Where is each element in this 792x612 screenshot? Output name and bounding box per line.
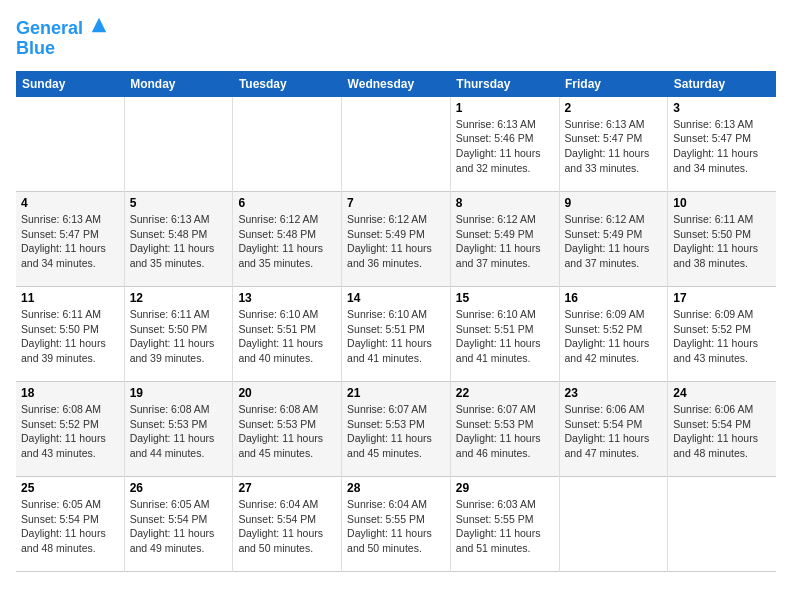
day-number: 12 — [130, 291, 228, 305]
day-number: 28 — [347, 481, 445, 495]
day-number: 15 — [456, 291, 554, 305]
calendar-cell — [233, 97, 342, 192]
day-info: Sunrise: 6:11 AM Sunset: 5:50 PM Dayligh… — [673, 212, 771, 271]
calendar-cell: 24Sunrise: 6:06 AM Sunset: 5:54 PM Dayli… — [668, 382, 776, 477]
calendar-cell: 21Sunrise: 6:07 AM Sunset: 5:53 PM Dayli… — [342, 382, 451, 477]
day-number: 21 — [347, 386, 445, 400]
calendar-cell: 18Sunrise: 6:08 AM Sunset: 5:52 PM Dayli… — [16, 382, 124, 477]
logo-blue: Blue — [16, 39, 108, 59]
logo-text: General — [16, 16, 108, 39]
calendar-cell: 27Sunrise: 6:04 AM Sunset: 5:54 PM Dayli… — [233, 477, 342, 572]
day-info: Sunrise: 6:12 AM Sunset: 5:49 PM Dayligh… — [347, 212, 445, 271]
day-info: Sunrise: 6:13 AM Sunset: 5:46 PM Dayligh… — [456, 117, 554, 176]
day-number: 25 — [21, 481, 119, 495]
calendar-cell — [668, 477, 776, 572]
svg-marker-0 — [92, 18, 106, 32]
day-info: Sunrise: 6:09 AM Sunset: 5:52 PM Dayligh… — [565, 307, 663, 366]
week-row-4: 18Sunrise: 6:08 AM Sunset: 5:52 PM Dayli… — [16, 382, 776, 477]
calendar-cell: 29Sunrise: 6:03 AM Sunset: 5:55 PM Dayli… — [450, 477, 559, 572]
calendar-cell: 17Sunrise: 6:09 AM Sunset: 5:52 PM Dayli… — [668, 287, 776, 382]
calendar-cell: 16Sunrise: 6:09 AM Sunset: 5:52 PM Dayli… — [559, 287, 668, 382]
day-info: Sunrise: 6:11 AM Sunset: 5:50 PM Dayligh… — [130, 307, 228, 366]
calendar-cell: 14Sunrise: 6:10 AM Sunset: 5:51 PM Dayli… — [342, 287, 451, 382]
day-number: 10 — [673, 196, 771, 210]
day-number: 22 — [456, 386, 554, 400]
day-info: Sunrise: 6:08 AM Sunset: 5:52 PM Dayligh… — [21, 402, 119, 461]
day-info: Sunrise: 6:07 AM Sunset: 5:53 PM Dayligh… — [347, 402, 445, 461]
calendar-cell: 20Sunrise: 6:08 AM Sunset: 5:53 PM Dayli… — [233, 382, 342, 477]
day-info: Sunrise: 6:09 AM Sunset: 5:52 PM Dayligh… — [673, 307, 771, 366]
day-number: 18 — [21, 386, 119, 400]
day-number: 14 — [347, 291, 445, 305]
calendar-cell: 7Sunrise: 6:12 AM Sunset: 5:49 PM Daylig… — [342, 192, 451, 287]
calendar-table: SundayMondayTuesdayWednesdayThursdayFrid… — [16, 71, 776, 573]
header-friday: Friday — [559, 71, 668, 97]
calendar-cell: 19Sunrise: 6:08 AM Sunset: 5:53 PM Dayli… — [124, 382, 233, 477]
day-number: 6 — [238, 196, 336, 210]
day-number: 7 — [347, 196, 445, 210]
day-info: Sunrise: 6:13 AM Sunset: 5:47 PM Dayligh… — [565, 117, 663, 176]
calendar-cell: 3Sunrise: 6:13 AM Sunset: 5:47 PM Daylig… — [668, 97, 776, 192]
header-saturday: Saturday — [668, 71, 776, 97]
day-number: 16 — [565, 291, 663, 305]
day-number: 13 — [238, 291, 336, 305]
calendar-cell: 12Sunrise: 6:11 AM Sunset: 5:50 PM Dayli… — [124, 287, 233, 382]
header-wednesday: Wednesday — [342, 71, 451, 97]
day-number: 3 — [673, 101, 771, 115]
calendar-cell: 28Sunrise: 6:04 AM Sunset: 5:55 PM Dayli… — [342, 477, 451, 572]
header-monday: Monday — [124, 71, 233, 97]
calendar-cell: 26Sunrise: 6:05 AM Sunset: 5:54 PM Dayli… — [124, 477, 233, 572]
calendar-cell: 10Sunrise: 6:11 AM Sunset: 5:50 PM Dayli… — [668, 192, 776, 287]
week-row-3: 11Sunrise: 6:11 AM Sunset: 5:50 PM Dayli… — [16, 287, 776, 382]
day-info: Sunrise: 6:13 AM Sunset: 5:47 PM Dayligh… — [673, 117, 771, 176]
day-number: 20 — [238, 386, 336, 400]
calendar-cell: 4Sunrise: 6:13 AM Sunset: 5:47 PM Daylig… — [16, 192, 124, 287]
logo-icon — [90, 16, 108, 34]
day-info: Sunrise: 6:05 AM Sunset: 5:54 PM Dayligh… — [21, 497, 119, 556]
day-number: 1 — [456, 101, 554, 115]
day-number: 23 — [565, 386, 663, 400]
day-info: Sunrise: 6:13 AM Sunset: 5:47 PM Dayligh… — [21, 212, 119, 271]
calendar-cell: 11Sunrise: 6:11 AM Sunset: 5:50 PM Dayli… — [16, 287, 124, 382]
header-tuesday: Tuesday — [233, 71, 342, 97]
day-info: Sunrise: 6:08 AM Sunset: 5:53 PM Dayligh… — [130, 402, 228, 461]
day-info: Sunrise: 6:11 AM Sunset: 5:50 PM Dayligh… — [21, 307, 119, 366]
day-info: Sunrise: 6:12 AM Sunset: 5:49 PM Dayligh… — [565, 212, 663, 271]
calendar-cell: 9Sunrise: 6:12 AM Sunset: 5:49 PM Daylig… — [559, 192, 668, 287]
header-sunday: Sunday — [16, 71, 124, 97]
calendar-cell — [559, 477, 668, 572]
calendar-cell: 23Sunrise: 6:06 AM Sunset: 5:54 PM Dayli… — [559, 382, 668, 477]
calendar-cell: 22Sunrise: 6:07 AM Sunset: 5:53 PM Dayli… — [450, 382, 559, 477]
calendar-cell: 1Sunrise: 6:13 AM Sunset: 5:46 PM Daylig… — [450, 97, 559, 192]
day-number: 2 — [565, 101, 663, 115]
calendar-cell: 25Sunrise: 6:05 AM Sunset: 5:54 PM Dayli… — [16, 477, 124, 572]
day-number: 29 — [456, 481, 554, 495]
day-info: Sunrise: 6:13 AM Sunset: 5:48 PM Dayligh… — [130, 212, 228, 271]
day-number: 8 — [456, 196, 554, 210]
week-row-1: 1Sunrise: 6:13 AM Sunset: 5:46 PM Daylig… — [16, 97, 776, 192]
day-info: Sunrise: 6:10 AM Sunset: 5:51 PM Dayligh… — [456, 307, 554, 366]
day-info: Sunrise: 6:10 AM Sunset: 5:51 PM Dayligh… — [347, 307, 445, 366]
calendar-header-row: SundayMondayTuesdayWednesdayThursdayFrid… — [16, 71, 776, 97]
logo: General Blue — [16, 16, 108, 59]
calendar-cell: 8Sunrise: 6:12 AM Sunset: 5:49 PM Daylig… — [450, 192, 559, 287]
day-info: Sunrise: 6:04 AM Sunset: 5:55 PM Dayligh… — [347, 497, 445, 556]
header-thursday: Thursday — [450, 71, 559, 97]
day-info: Sunrise: 6:07 AM Sunset: 5:53 PM Dayligh… — [456, 402, 554, 461]
day-info: Sunrise: 6:08 AM Sunset: 5:53 PM Dayligh… — [238, 402, 336, 461]
day-number: 5 — [130, 196, 228, 210]
day-info: Sunrise: 6:06 AM Sunset: 5:54 PM Dayligh… — [565, 402, 663, 461]
day-number: 19 — [130, 386, 228, 400]
day-info: Sunrise: 6:06 AM Sunset: 5:54 PM Dayligh… — [673, 402, 771, 461]
calendar-cell: 6Sunrise: 6:12 AM Sunset: 5:48 PM Daylig… — [233, 192, 342, 287]
logo-general: General — [16, 18, 83, 38]
calendar-cell — [124, 97, 233, 192]
calendar-cell: 2Sunrise: 6:13 AM Sunset: 5:47 PM Daylig… — [559, 97, 668, 192]
day-number: 27 — [238, 481, 336, 495]
day-info: Sunrise: 6:03 AM Sunset: 5:55 PM Dayligh… — [456, 497, 554, 556]
page-header: General Blue — [16, 16, 776, 59]
week-row-5: 25Sunrise: 6:05 AM Sunset: 5:54 PM Dayli… — [16, 477, 776, 572]
day-info: Sunrise: 6:12 AM Sunset: 5:48 PM Dayligh… — [238, 212, 336, 271]
week-row-2: 4Sunrise: 6:13 AM Sunset: 5:47 PM Daylig… — [16, 192, 776, 287]
day-number: 11 — [21, 291, 119, 305]
